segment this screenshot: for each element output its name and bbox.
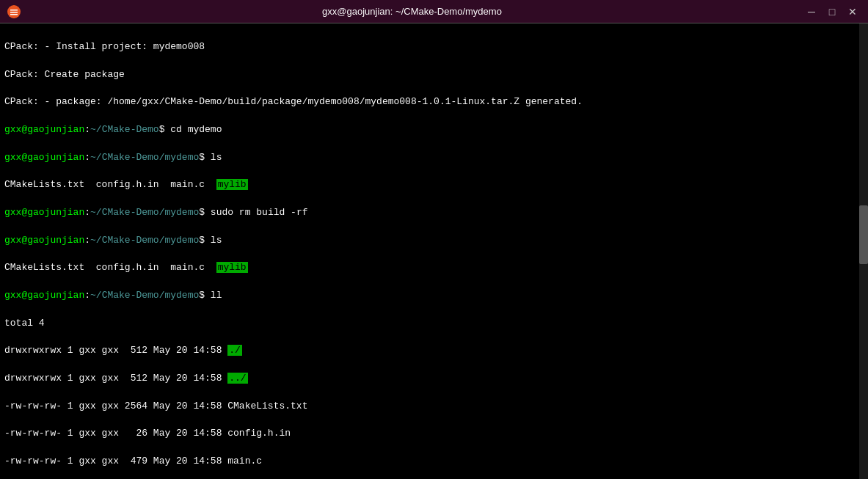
title-bar: gxx@gaojunjian: ~/CMake-Demo/mydemo ─ □ … xyxy=(0,0,868,23)
terminal-content: CPack: - Install project: mydemo008 CPac… xyxy=(4,26,864,479)
terminal-body[interactable]: CPack: - Install project: mydemo008 CPac… xyxy=(0,23,868,479)
line-8: gxx@gaojunjian:~/CMake-Demo/mydemo$ ls xyxy=(4,234,864,248)
window-title: gxx@gaojunjian: ~/CMake-Demo/mydemo xyxy=(26,6,798,17)
line-2: CPack: Create package xyxy=(4,68,864,82)
line-16: -rw-rw-rw- 1 gxx gxx 479 May 20 14:58 ma… xyxy=(4,455,864,469)
scrollbar-thumb[interactable] xyxy=(859,205,868,264)
window-controls: ─ □ ✕ xyxy=(803,4,861,20)
close-button[interactable]: ✕ xyxy=(845,4,861,20)
terminal-window: gxx@gaojunjian: ~/CMake-Demo/mydemo ─ □ … xyxy=(0,0,868,479)
maximize-button[interactable]: □ xyxy=(824,4,840,20)
svg-rect-2 xyxy=(10,14,18,15)
svg-rect-1 xyxy=(10,12,18,13)
line-13: drwxrwxrwx 1 gxx gxx 512 May 20 14:58 ..… xyxy=(4,372,864,386)
scrollbar[interactable] xyxy=(859,23,868,479)
line-15: -rw-rw-rw- 1 gxx gxx 26 May 20 14:58 con… xyxy=(4,427,864,441)
line-5: gxx@gaojunjian:~/CMake-Demo/mydemo$ ls xyxy=(4,151,864,165)
line-3: CPack: - package: /home/gxx/CMake-Demo/b… xyxy=(4,95,864,109)
line-7: gxx@gaojunjian:~/CMake-Demo/mydemo$ sudo… xyxy=(4,206,864,220)
svg-rect-0 xyxy=(10,10,18,11)
line-4: gxx@gaojunjian:~/CMake-Demo$ cd mydemo xyxy=(4,123,864,137)
line-10: gxx@gaojunjian:~/CMake-Demo/mydemo$ ll xyxy=(4,289,864,303)
minimize-button[interactable]: ─ xyxy=(803,4,820,20)
line-6: CMakeLists.txt config.h.in main.c mylib xyxy=(4,178,864,192)
line-9: CMakeLists.txt config.h.in main.c mylib xyxy=(4,261,864,275)
line-11: total 4 xyxy=(4,317,864,331)
line-12: drwxrwxrwx 1 gxx gxx 512 May 20 14:58 ./ xyxy=(4,344,864,358)
line-14: -rw-rw-rw- 1 gxx gxx 2564 May 20 14:58 C… xyxy=(4,400,864,414)
app-icon xyxy=(7,5,21,18)
line-1: CPack: - Install project: mydemo008 xyxy=(4,40,864,54)
